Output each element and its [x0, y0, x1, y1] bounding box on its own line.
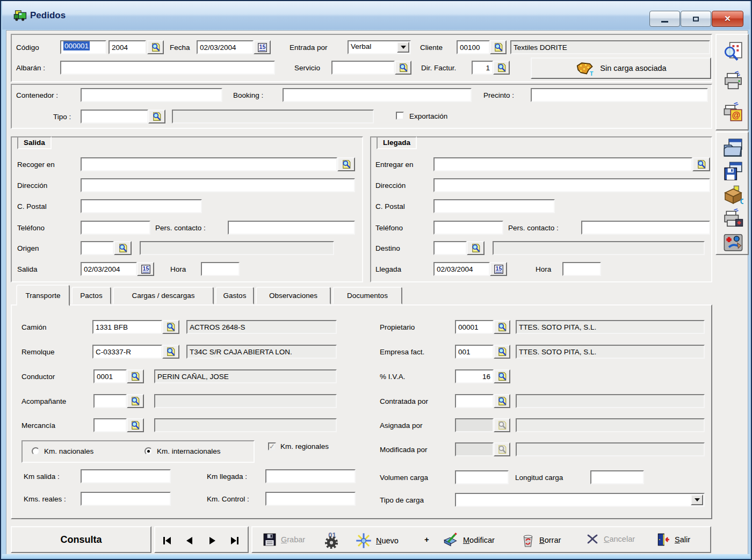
acompanante-input[interactable] — [93, 394, 127, 408]
km-internacionales-radio[interactable] — [144, 447, 153, 455]
llegada-fecha-input[interactable] — [433, 262, 490, 276]
mercancia-lookup-button[interactable] — [127, 418, 144, 432]
minimize-button[interactable] — [649, 11, 680, 27]
salida-direccion-input[interactable] — [81, 178, 355, 192]
llegada-direccion-input[interactable] — [433, 178, 710, 192]
cliente-codigo-input[interactable] — [457, 40, 490, 54]
km-nacionales-radio[interactable] — [32, 447, 40, 455]
llegada-hora-input[interactable] — [562, 262, 601, 276]
km-llegada-input[interactable] — [265, 469, 356, 483]
albaran-input[interactable] — [60, 61, 275, 75]
destino-input[interactable] — [433, 241, 467, 255]
mercancia-input[interactable] — [93, 418, 127, 432]
llegada-calendar-button[interactable]: 15 — [490, 262, 507, 276]
booking-input[interactable] — [283, 88, 472, 102]
iva-lookup-button[interactable] — [494, 369, 510, 383]
conductor-input[interactable] — [93, 369, 127, 383]
contratada-por-input[interactable] — [455, 394, 494, 408]
camion-input[interactable] — [92, 320, 162, 334]
fecha-input[interactable] — [197, 40, 254, 54]
nav-first-button[interactable] — [156, 532, 178, 550]
plus-button[interactable]: + — [424, 535, 429, 544]
volumen-carga-input[interactable] — [455, 470, 509, 484]
llegada-cpostal-input[interactable] — [433, 199, 555, 213]
origen-input[interactable] — [81, 241, 114, 255]
tipo-carga-select[interactable] — [455, 493, 705, 507]
salida-calendar-button[interactable]: 15 — [137, 262, 154, 276]
kms-reales-input[interactable] — [81, 492, 171, 506]
open-form-icon[interactable] — [721, 136, 745, 159]
tipo-lookup-button[interactable] — [148, 110, 165, 123]
tab-gastos[interactable]: Gastos — [215, 287, 254, 304]
borrar-button[interactable]: Borrar — [521, 533, 561, 548]
title-bar[interactable]: Pedidos ✕ — [2, 1, 750, 30]
print-icon[interactable] — [721, 69, 745, 93]
camion-lookup-button[interactable] — [162, 320, 179, 334]
modificar-button[interactable]: Modificar — [443, 533, 495, 548]
codigo-input[interactable]: 000001 — [60, 40, 106, 54]
empresa-fact-input[interactable] — [455, 345, 494, 359]
contratada-lookup-button[interactable] — [494, 394, 510, 408]
entregar-en-input[interactable] — [433, 157, 692, 171]
conductor-lookup-button[interactable] — [127, 369, 144, 383]
propietario-input[interactable] — [455, 320, 494, 334]
iva-input[interactable] — [455, 369, 494, 383]
tab-documentos[interactable]: Documentos — [332, 287, 402, 304]
nav-last-button[interactable] — [224, 532, 245, 550]
dir-factur-input[interactable] — [472, 61, 493, 75]
support-icon[interactable] — [721, 230, 745, 254]
cliente-lookup-button[interactable] — [490, 40, 507, 54]
exportacion-checkbox[interactable] — [396, 112, 404, 120]
tab-transporte[interactable]: Transporte — [16, 285, 70, 306]
remolque-input[interactable] — [92, 345, 162, 359]
nav-next-button[interactable] — [201, 532, 223, 550]
acompanante-lookup-button[interactable] — [127, 394, 144, 408]
salida-hora-input[interactable] — [201, 262, 240, 276]
tab-pactos[interactable]: Pactos — [71, 287, 111, 304]
contenedor-input[interactable] — [81, 88, 222, 102]
tab-observaciones[interactable]: Observaciones — [256, 287, 331, 304]
destino-lookup-button[interactable] — [467, 241, 485, 255]
tab-cargas-descargas[interactable]: Cargas / descargas — [113, 287, 214, 304]
nav-prev-button[interactable] — [179, 532, 200, 550]
close-button[interactable]: ✕ — [712, 11, 743, 27]
sin-carga-button[interactable]: T Sin carga asociada — [531, 57, 711, 79]
dropdown-arrow-icon[interactable] — [691, 494, 703, 505]
llegada-contacto-input[interactable] — [581, 221, 710, 235]
codigo-lookup-button[interactable] — [147, 40, 164, 54]
salida-cpostal-input[interactable] — [81, 199, 202, 213]
salida-contacto-input[interactable] — [228, 221, 355, 235]
ejercicio-input[interactable] — [109, 40, 146, 54]
servicio-lookup-button[interactable] — [395, 61, 411, 75]
salida-fecha-input[interactable] — [81, 262, 137, 276]
tipo-input[interactable] — [81, 110, 148, 123]
entregar-lookup-button[interactable] — [692, 157, 710, 171]
precinto-input[interactable] — [531, 88, 708, 102]
empresa-fact-lookup-button[interactable] — [494, 345, 510, 359]
servicio-input[interactable] — [331, 61, 395, 75]
maximize-button[interactable] — [681, 11, 711, 27]
email-print-icon[interactable]: @ — [721, 100, 745, 124]
auto-number-button[interactable]: 01 — [322, 530, 341, 549]
nuevo-button[interactable]: Nuevo — [356, 533, 399, 549]
recoger-lookup-button[interactable] — [337, 157, 355, 171]
package-icon[interactable]: C — [721, 183, 745, 207]
recoger-en-input[interactable] — [81, 157, 337, 171]
origen-lookup-button[interactable] — [114, 241, 132, 255]
km-control-input[interactable] — [265, 492, 356, 506]
propietario-lookup-button[interactable] — [494, 320, 510, 334]
llegada-telefono-input[interactable] — [433, 221, 503, 235]
remolque-lookup-button[interactable] — [162, 345, 179, 359]
new-star-icon — [356, 533, 372, 549]
km-salida-input[interactable] — [81, 469, 171, 483]
fax-print-icon[interactable] — [721, 207, 745, 230]
save-form-icon[interactable] — [721, 159, 745, 183]
longitud-carga-input[interactable] — [590, 470, 644, 484]
dir-factur-lookup-button[interactable] — [493, 61, 510, 75]
dropdown-arrow-icon[interactable] — [397, 42, 409, 53]
print-preview-icon[interactable] — [721, 39, 745, 63]
fecha-calendar-button[interactable]: 15 — [254, 40, 271, 54]
entrada-por-select[interactable]: Verbal — [348, 40, 411, 54]
salida-telefono-input[interactable] — [81, 221, 150, 235]
salir-button[interactable]: Salir — [655, 533, 690, 547]
